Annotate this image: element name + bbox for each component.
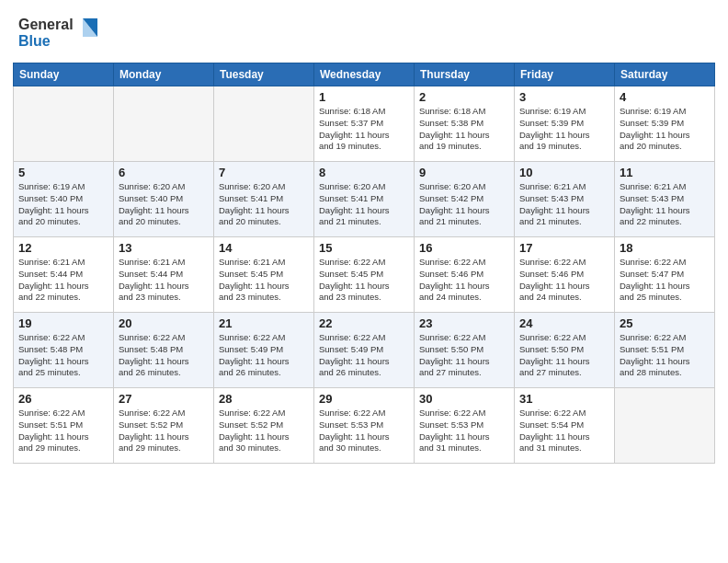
cell-info: Sunrise: 6:21 AM Sunset: 5:44 PM Dayligh… bbox=[119, 257, 209, 304]
day-number: 22 bbox=[319, 316, 409, 330]
cell-info: Sunrise: 6:20 AM Sunset: 5:41 PM Dayligh… bbox=[219, 181, 309, 228]
logo-text: General Blue bbox=[17, 11, 99, 55]
cell-info: Sunrise: 6:19 AM Sunset: 5:40 PM Dayligh… bbox=[18, 181, 108, 228]
day-number: 14 bbox=[219, 241, 309, 255]
cell-info: Sunrise: 6:22 AM Sunset: 5:49 PM Dayligh… bbox=[319, 332, 409, 379]
day-number: 13 bbox=[119, 241, 209, 255]
day-number: 17 bbox=[519, 241, 609, 255]
cal-cell-5: 5Sunrise: 6:19 AM Sunset: 5:40 PM Daylig… bbox=[14, 162, 114, 237]
cell-info: Sunrise: 6:22 AM Sunset: 5:50 PM Dayligh… bbox=[519, 332, 609, 379]
cell-info: Sunrise: 6:22 AM Sunset: 5:51 PM Dayligh… bbox=[620, 332, 710, 379]
cell-info: Sunrise: 6:22 AM Sunset: 5:49 PM Dayligh… bbox=[219, 332, 309, 379]
cell-info: Sunrise: 6:22 AM Sunset: 5:53 PM Dayligh… bbox=[319, 408, 409, 454]
day-number: 4 bbox=[620, 90, 710, 104]
cal-cell-22: 22Sunrise: 6:22 AM Sunset: 5:49 PM Dayli… bbox=[314, 313, 415, 388]
cal-cell-3: 3Sunrise: 6:19 AM Sunset: 5:39 PM Daylig… bbox=[515, 86, 615, 162]
day-number: 11 bbox=[620, 166, 710, 179]
cell-info: Sunrise: 6:22 AM Sunset: 5:46 PM Dayligh… bbox=[519, 257, 609, 304]
cell-info: Sunrise: 6:22 AM Sunset: 5:52 PM Dayligh… bbox=[219, 408, 309, 454]
cal-cell-11: 11Sunrise: 6:21 AM Sunset: 5:43 PM Dayli… bbox=[615, 162, 715, 237]
cell-info: Sunrise: 6:18 AM Sunset: 5:37 PM Dayligh… bbox=[319, 106, 409, 153]
cal-cell-4: 4Sunrise: 6:19 AM Sunset: 5:39 PM Daylig… bbox=[615, 86, 715, 162]
cal-cell-31: 31Sunrise: 6:22 AM Sunset: 5:54 PM Dayli… bbox=[515, 388, 615, 464]
day-number: 31 bbox=[519, 392, 609, 406]
cal-cell-empty-6 bbox=[615, 388, 715, 464]
day-header-sunday: Sunday bbox=[14, 63, 114, 86]
day-header-saturday: Saturday bbox=[615, 63, 715, 86]
cal-cell-19: 19Sunrise: 6:22 AM Sunset: 5:48 PM Dayli… bbox=[14, 313, 114, 388]
day-number: 3 bbox=[519, 90, 609, 104]
day-number: 8 bbox=[319, 166, 409, 179]
day-number: 1 bbox=[319, 90, 409, 104]
week-row-1: 1Sunrise: 6:18 AM Sunset: 5:37 PM Daylig… bbox=[14, 86, 715, 162]
day-number: 15 bbox=[319, 241, 409, 255]
cal-cell-12: 12Sunrise: 6:21 AM Sunset: 5:44 PM Dayli… bbox=[14, 237, 114, 313]
week-row-2: 5Sunrise: 6:19 AM Sunset: 5:40 PM Daylig… bbox=[14, 162, 715, 237]
svg-text:Blue: Blue bbox=[18, 33, 51, 49]
cal-cell-2: 2Sunrise: 6:18 AM Sunset: 5:38 PM Daylig… bbox=[415, 86, 515, 162]
cell-info: Sunrise: 6:22 AM Sunset: 5:51 PM Dayligh… bbox=[18, 408, 108, 454]
week-row-4: 19Sunrise: 6:22 AM Sunset: 5:48 PM Dayli… bbox=[14, 313, 715, 388]
day-number: 27 bbox=[119, 392, 209, 406]
cal-cell-empty-1 bbox=[114, 86, 214, 162]
cal-cell-18: 18Sunrise: 6:22 AM Sunset: 5:47 PM Dayli… bbox=[615, 237, 715, 313]
cell-info: Sunrise: 6:18 AM Sunset: 5:38 PM Dayligh… bbox=[419, 106, 509, 153]
cell-info: Sunrise: 6:22 AM Sunset: 5:46 PM Dayligh… bbox=[419, 257, 509, 304]
cal-cell-30: 30Sunrise: 6:22 AM Sunset: 5:53 PM Dayli… bbox=[415, 388, 515, 464]
cal-cell-28: 28Sunrise: 6:22 AM Sunset: 5:52 PM Dayli… bbox=[214, 388, 314, 464]
cell-info: Sunrise: 6:22 AM Sunset: 5:48 PM Dayligh… bbox=[18, 332, 108, 379]
cell-info: Sunrise: 6:22 AM Sunset: 5:47 PM Dayligh… bbox=[620, 257, 710, 304]
day-number: 7 bbox=[219, 166, 309, 179]
svg-text:General: General bbox=[18, 17, 74, 32]
day-number: 20 bbox=[119, 316, 209, 330]
cal-cell-1: 1Sunrise: 6:18 AM Sunset: 5:37 PM Daylig… bbox=[314, 86, 415, 162]
day-number: 10 bbox=[519, 166, 609, 179]
day-number: 5 bbox=[18, 166, 108, 179]
cell-info: Sunrise: 6:22 AM Sunset: 5:48 PM Dayligh… bbox=[119, 332, 209, 379]
calendar-container: SundayMondayTuesdayWednesdayThursdayFrid… bbox=[13, 63, 715, 554]
cal-cell-15: 15Sunrise: 6:22 AM Sunset: 5:45 PM Dayli… bbox=[314, 237, 415, 313]
cal-cell-16: 16Sunrise: 6:22 AM Sunset: 5:46 PM Dayli… bbox=[415, 237, 515, 313]
cal-cell-9: 9Sunrise: 6:20 AM Sunset: 5:42 PM Daylig… bbox=[415, 162, 515, 237]
day-number: 25 bbox=[620, 316, 710, 330]
cell-info: Sunrise: 6:20 AM Sunset: 5:41 PM Dayligh… bbox=[319, 181, 409, 228]
day-number: 23 bbox=[419, 316, 509, 330]
cell-info: Sunrise: 6:22 AM Sunset: 5:53 PM Dayligh… bbox=[419, 408, 509, 454]
day-number: 30 bbox=[419, 392, 509, 406]
cal-cell-13: 13Sunrise: 6:21 AM Sunset: 5:44 PM Dayli… bbox=[114, 237, 214, 313]
cal-cell-29: 29Sunrise: 6:22 AM Sunset: 5:53 PM Dayli… bbox=[314, 388, 415, 464]
cal-cell-24: 24Sunrise: 6:22 AM Sunset: 5:50 PM Dayli… bbox=[515, 313, 615, 388]
cal-cell-25: 25Sunrise: 6:22 AM Sunset: 5:51 PM Dayli… bbox=[615, 313, 715, 388]
day-number: 29 bbox=[319, 392, 409, 406]
cal-cell-6: 6Sunrise: 6:20 AM Sunset: 5:40 PM Daylig… bbox=[114, 162, 214, 237]
cal-cell-10: 10Sunrise: 6:21 AM Sunset: 5:43 PM Dayli… bbox=[515, 162, 615, 237]
cell-info: Sunrise: 6:21 AM Sunset: 5:45 PM Dayligh… bbox=[219, 257, 309, 304]
logo-icon: General Blue bbox=[17, 11, 99, 52]
day-number: 21 bbox=[219, 316, 309, 330]
day-header-thursday: Thursday bbox=[415, 63, 515, 86]
cal-cell-20: 20Sunrise: 6:22 AM Sunset: 5:48 PM Dayli… bbox=[114, 313, 214, 388]
day-number: 18 bbox=[620, 241, 710, 255]
day-number: 24 bbox=[519, 316, 609, 330]
cal-cell-empty-0 bbox=[14, 86, 114, 162]
cal-cell-14: 14Sunrise: 6:21 AM Sunset: 5:45 PM Dayli… bbox=[214, 237, 314, 313]
cal-cell-27: 27Sunrise: 6:22 AM Sunset: 5:52 PM Dayli… bbox=[114, 388, 214, 464]
day-number: 19 bbox=[18, 316, 108, 330]
day-header-wednesday: Wednesday bbox=[314, 63, 415, 86]
header: General Blue bbox=[0, 0, 728, 63]
cal-cell-empty-2 bbox=[214, 86, 314, 162]
cal-cell-7: 7Sunrise: 6:20 AM Sunset: 5:41 PM Daylig… bbox=[214, 162, 314, 237]
cal-cell-26: 26Sunrise: 6:22 AM Sunset: 5:51 PM Dayli… bbox=[14, 388, 114, 464]
cell-info: Sunrise: 6:19 AM Sunset: 5:39 PM Dayligh… bbox=[620, 106, 710, 153]
day-number: 9 bbox=[419, 166, 509, 179]
cell-info: Sunrise: 6:21 AM Sunset: 5:43 PM Dayligh… bbox=[620, 181, 710, 228]
calendar-table: SundayMondayTuesdayWednesdayThursdayFrid… bbox=[13, 63, 715, 464]
logo: General Blue bbox=[17, 11, 99, 55]
cal-cell-17: 17Sunrise: 6:22 AM Sunset: 5:46 PM Dayli… bbox=[515, 237, 615, 313]
cell-info: Sunrise: 6:22 AM Sunset: 5:45 PM Dayligh… bbox=[319, 257, 409, 304]
page: General Blue SundayMondayTuesdayWednesda… bbox=[0, 0, 728, 563]
day-number: 12 bbox=[18, 241, 108, 255]
cell-info: Sunrise: 6:20 AM Sunset: 5:42 PM Dayligh… bbox=[419, 181, 509, 228]
day-number: 16 bbox=[419, 241, 509, 255]
cell-info: Sunrise: 6:20 AM Sunset: 5:40 PM Dayligh… bbox=[119, 181, 209, 228]
